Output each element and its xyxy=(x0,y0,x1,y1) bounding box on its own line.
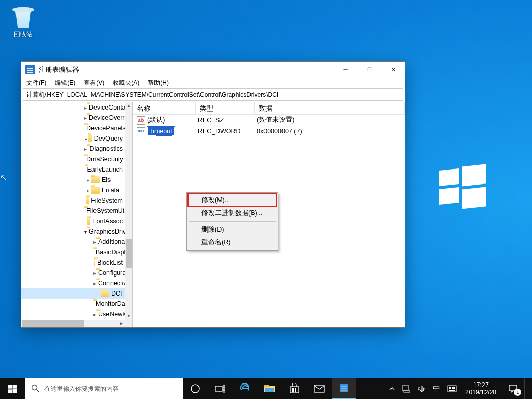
recycle-bin-icon[interactable]: 回收站 xyxy=(5,5,41,39)
tree-item-label: GraphicsDriv xyxy=(89,228,125,235)
expand-arrow-icon[interactable]: ▸ xyxy=(84,136,88,142)
tree-item-label: DeviceContai xyxy=(89,104,125,111)
start-button[interactable] xyxy=(0,378,25,399)
tree-item[interactable]: ▸Configurat xyxy=(21,268,125,278)
tree-item[interactable]: ▸Errata xyxy=(21,185,125,195)
close-button[interactable]: ✕ xyxy=(381,62,405,78)
cortana-icon[interactable] xyxy=(183,378,208,399)
value-type-icon: ab xyxy=(137,116,145,125)
app-icon xyxy=(25,65,35,74)
tree-item-label: BlockList xyxy=(97,259,123,266)
tree-item[interactable]: BlockList xyxy=(21,257,125,268)
list-header: 名称 类型 数据 xyxy=(133,102,405,115)
desktop: ↖ 回收站 注册表编辑器 ─ ☐ ✕ 文件(F) 编辑(E) 查看(V) 收藏夹… xyxy=(0,0,532,399)
tree-item-label: Errata xyxy=(102,187,119,194)
tree-item-label: DevQuery xyxy=(94,135,123,142)
expand-arrow-icon[interactable]: ▸ xyxy=(93,312,96,317)
col-data[interactable]: 数据 xyxy=(255,102,405,114)
expand-arrow-icon[interactable]: ▸ xyxy=(84,188,91,193)
regedit-taskbar-icon[interactable] xyxy=(332,378,356,399)
expand-arrow-icon[interactable]: ▸ xyxy=(84,105,87,111)
explorer-icon[interactable] xyxy=(257,378,282,399)
minimize-button[interactable]: ─ xyxy=(334,62,357,78)
tree-item[interactable]: DCI xyxy=(21,288,125,299)
clock-date: 2019/12/20 xyxy=(465,389,496,396)
svg-rect-7 xyxy=(215,386,222,391)
tree-item[interactable]: FontAssoc xyxy=(21,216,125,226)
menu-fav[interactable]: 收藏夹(A) xyxy=(108,78,144,88)
tree-item[interactable]: ▸Els xyxy=(21,175,125,185)
svg-rect-25 xyxy=(404,391,410,392)
action-center-icon[interactable]: 1 xyxy=(502,378,524,399)
registry-tree: ▸DeviceContai▸DeviceOverriDevicePanels▸D… xyxy=(21,102,133,327)
network-icon[interactable] xyxy=(398,378,414,399)
tree-item[interactable]: ▸DevQuery xyxy=(21,133,125,144)
show-desktop-button[interactable] xyxy=(524,378,532,399)
svg-rect-0 xyxy=(8,385,12,388)
mail-icon[interactable] xyxy=(307,378,332,399)
edge-icon[interactable] xyxy=(232,378,257,399)
folder-icon xyxy=(87,218,90,225)
tree-item-label: Connectivi xyxy=(98,280,125,287)
tree-item[interactable]: BasicDispl xyxy=(21,247,125,257)
value-row[interactable]: 011TimeoutREG_DWORD0x00000007 (7) xyxy=(133,126,405,136)
tree-item[interactable]: DmaSecurity xyxy=(21,154,125,164)
taskbar-clock[interactable]: 17:27 2019/12/20 xyxy=(460,378,502,399)
context-menu: 修改(M)...修改二进制数据(B)...删除(D)重命名(R) xyxy=(186,192,278,251)
context-menu-item[interactable]: 删除(D) xyxy=(188,223,277,236)
task-view-icon[interactable] xyxy=(208,378,232,399)
tree-item[interactable]: ▸Diagnostics xyxy=(21,144,125,154)
tree-item[interactable]: FileSystemUti xyxy=(21,206,125,216)
ime-keyboard-icon[interactable] xyxy=(444,378,460,399)
maximize-button[interactable]: ☐ xyxy=(357,62,381,78)
value-name: Timeout xyxy=(147,127,175,136)
col-name[interactable]: 名称 xyxy=(133,102,196,114)
taskbar-search[interactable]: 在这里输入你要搜索的内容 xyxy=(25,378,183,399)
svg-rect-15 xyxy=(292,388,294,390)
tree-item-label: DevicePanels xyxy=(86,125,125,132)
tree-item[interactable]: ▸DeviceOverri xyxy=(21,113,125,123)
context-menu-item[interactable]: 修改(M)... xyxy=(188,194,277,207)
svg-rect-35 xyxy=(449,390,455,391)
col-type[interactable]: 类型 xyxy=(196,102,255,114)
tree-item[interactable]: ▸DeviceContai xyxy=(21,102,125,113)
tree-item-label: BasicDispl xyxy=(96,249,125,256)
folder-icon xyxy=(94,259,95,266)
context-menu-item[interactable]: 修改二进制数据(B)... xyxy=(188,207,277,220)
expand-arrow-icon[interactable]: ▸ xyxy=(93,281,96,286)
menu-edit[interactable]: 编辑(E) xyxy=(51,78,80,88)
menu-help[interactable]: 帮助(H) xyxy=(144,78,173,88)
tree-item[interactable]: FileSystem xyxy=(21,195,125,206)
tree-item[interactable]: ▸UseNewKe xyxy=(21,309,125,319)
tree-item[interactable]: EarlyLaunch xyxy=(21,164,125,175)
expand-arrow-icon[interactable]: ▸ xyxy=(84,177,91,183)
volume-icon[interactable] xyxy=(414,378,429,399)
context-menu-item[interactable]: 重命名(R) xyxy=(188,236,277,249)
tree-item[interactable]: ▸Additional xyxy=(21,237,125,247)
value-type: REG_SZ xyxy=(196,117,255,124)
tree-item[interactable]: ▸Connectivi xyxy=(21,278,125,288)
tree-vscrollbar[interactable] xyxy=(125,102,132,320)
svg-rect-33 xyxy=(452,388,453,389)
expand-arrow-icon[interactable]: ▾ xyxy=(84,229,87,235)
address-text: 计算机\HKEY_LOCAL_MACHINE\SYSTEM\CurrentCon… xyxy=(26,90,278,99)
tree-hscrollbar[interactable] xyxy=(21,320,125,327)
tree-item[interactable]: MonitorDa xyxy=(21,299,125,309)
tray-chevron-icon[interactable] xyxy=(386,378,398,399)
expand-arrow-icon[interactable]: ▸ xyxy=(93,239,96,245)
tree-item[interactable]: DevicePanels xyxy=(21,123,125,133)
value-row[interactable]: ab(默认)REG_SZ(数值未设置) xyxy=(133,115,405,126)
ime-indicator[interactable]: 中 xyxy=(429,378,444,399)
menu-file[interactable]: 文件(F) xyxy=(22,78,51,88)
store-icon[interactable] xyxy=(282,378,307,399)
expand-arrow-icon[interactable]: ▸ xyxy=(93,270,96,276)
svg-rect-8 xyxy=(223,385,225,387)
folder-icon xyxy=(101,290,109,297)
titlebar[interactable]: 注册表编辑器 ─ ☐ ✕ xyxy=(21,62,405,78)
menu-view[interactable]: 查看(V) xyxy=(80,78,108,88)
tree-item[interactable]: ▾GraphicsDriv xyxy=(21,226,125,237)
address-bar[interactable]: 计算机\HKEY_LOCAL_MACHINE\SYSTEM\CurrentCon… xyxy=(23,88,403,101)
tree-item-label: EarlyLaunch xyxy=(87,166,123,173)
expand-arrow-icon[interactable]: ▸ xyxy=(84,115,87,121)
tree-item-label: UseNewKe xyxy=(98,311,125,318)
